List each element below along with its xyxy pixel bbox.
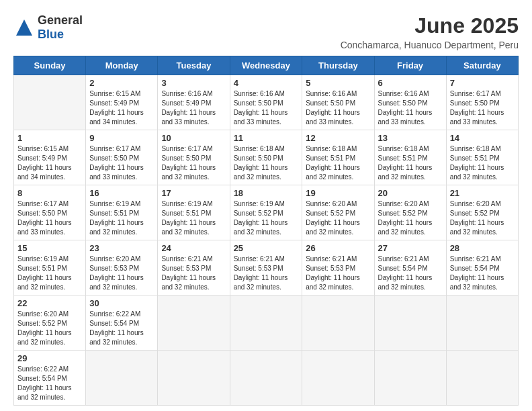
day-number: 8 [17,188,82,198]
day-number: 7 [450,78,515,88]
day-number: 1 [17,133,82,143]
day-number: 19 [306,188,370,198]
cell-info: Sunrise: 6:20 AM Sunset: 5:52 PM Dayligh… [17,310,82,347]
cell-info: Sunrise: 6:17 AM Sunset: 5:50 PM Dayligh… [161,144,226,182]
logo: General Blue [13,13,83,42]
calendar-cell [158,351,230,406]
calendar-cell: 18Sunrise: 6:19 AM Sunset: 5:52 PM Dayli… [230,185,302,240]
weekday-header: Tuesday [158,56,230,75]
day-number: 20 [378,188,443,198]
day-number: 6 [378,78,443,88]
day-number: 9 [89,133,154,143]
calendar-cell: 22Sunrise: 6:20 AM Sunset: 5:52 PM Dayli… [14,295,86,351]
day-number: 15 [17,243,82,253]
calendar-cell: 28Sunrise: 6:21 AM Sunset: 5:54 PM Dayli… [446,240,518,295]
day-number: 25 [234,243,299,253]
day-number: 5 [306,78,370,88]
calendar-week-row: 15Sunrise: 6:19 AM Sunset: 5:51 PM Dayli… [14,240,519,295]
day-number: 28 [450,243,515,253]
cell-info: Sunrise: 6:16 AM Sunset: 5:50 PM Dayligh… [234,89,299,127]
calendar-cell [302,351,374,406]
day-number: 29 [17,353,82,363]
calendar-cell: 11Sunrise: 6:18 AM Sunset: 5:50 PM Dayli… [230,130,302,185]
cell-info: Sunrise: 6:20 AM Sunset: 5:52 PM Dayligh… [306,199,370,237]
calendar-cell: 16Sunrise: 6:19 AM Sunset: 5:51 PM Dayli… [86,185,158,240]
calendar-cell: 12Sunrise: 6:18 AM Sunset: 5:51 PM Dayli… [302,130,374,185]
cell-info: Sunrise: 6:18 AM Sunset: 5:51 PM Dayligh… [378,144,443,182]
calendar-cell: 14Sunrise: 6:18 AM Sunset: 5:51 PM Dayli… [446,130,518,185]
cell-info: Sunrise: 6:15 AM Sunset: 5:49 PM Dayligh… [89,89,154,127]
calendar-cell: 4Sunrise: 6:16 AM Sunset: 5:50 PM Daylig… [230,75,302,130]
cell-info: Sunrise: 6:21 AM Sunset: 5:54 PM Dayligh… [450,255,515,292]
day-number: 26 [306,243,370,253]
calendar-week-row: 29Sunrise: 6:22 AM Sunset: 5:54 PM Dayli… [14,351,519,406]
cell-info: Sunrise: 6:17 AM Sunset: 5:50 PM Dayligh… [89,144,154,182]
calendar-cell: 3Sunrise: 6:16 AM Sunset: 5:49 PM Daylig… [158,75,230,130]
cell-info: Sunrise: 6:20 AM Sunset: 5:52 PM Dayligh… [450,199,515,237]
day-number: 10 [161,133,226,143]
calendar-cell [446,295,518,351]
calendar-week-row: 8Sunrise: 6:17 AM Sunset: 5:50 PM Daylig… [14,185,519,240]
calendar-cell [446,351,518,406]
calendar-cell: 20Sunrise: 6:20 AM Sunset: 5:52 PM Dayli… [374,185,446,240]
cell-info: Sunrise: 6:18 AM Sunset: 5:51 PM Dayligh… [450,144,515,182]
cell-info: Sunrise: 6:20 AM Sunset: 5:52 PM Dayligh… [378,199,443,237]
logo-general: General [38,13,83,27]
weekday-header: Sunday [14,56,86,75]
page-header: General Blue June 2025 Conchamarca, Huan… [13,13,519,50]
cell-info: Sunrise: 6:18 AM Sunset: 5:50 PM Dayligh… [234,144,299,182]
calendar-table: SundayMondayTuesdayWednesdayThursdayFrid… [13,56,519,406]
location-title: Conchamarca, Huanuco Department, Peru [341,40,519,50]
calendar-cell: 10Sunrise: 6:17 AM Sunset: 5:50 PM Dayli… [158,130,230,185]
calendar-cell: 23Sunrise: 6:20 AM Sunset: 5:53 PM Dayli… [86,240,158,295]
calendar-cell [374,295,446,351]
calendar-cell: 25Sunrise: 6:21 AM Sunset: 5:53 PM Dayli… [230,240,302,295]
calendar-cell [302,295,374,351]
calendar-cell: 2Sunrise: 6:15 AM Sunset: 5:49 PM Daylig… [86,75,158,130]
title-area: June 2025 Conchamarca, Huanuco Departmen… [341,13,519,50]
calendar-cell: 7Sunrise: 6:17 AM Sunset: 5:50 PM Daylig… [446,75,518,130]
calendar-cell: 19Sunrise: 6:20 AM Sunset: 5:52 PM Dayli… [302,185,374,240]
cell-info: Sunrise: 6:20 AM Sunset: 5:53 PM Dayligh… [89,255,154,292]
calendar-cell: 21Sunrise: 6:20 AM Sunset: 5:52 PM Dayli… [446,185,518,240]
cell-info: Sunrise: 6:16 AM Sunset: 5:50 PM Dayligh… [378,89,443,127]
day-number: 2 [89,78,154,88]
month-title: June 2025 [341,13,519,38]
calendar-header-row: SundayMondayTuesdayWednesdayThursdayFrid… [14,56,519,75]
day-number: 22 [17,298,82,308]
day-number: 14 [450,133,515,143]
calendar-cell: 5Sunrise: 6:16 AM Sunset: 5:50 PM Daylig… [302,75,374,130]
cell-info: Sunrise: 6:19 AM Sunset: 5:51 PM Dayligh… [161,199,226,237]
calendar-cell [86,351,158,406]
calendar-cell: 13Sunrise: 6:18 AM Sunset: 5:51 PM Dayli… [374,130,446,185]
calendar-cell [230,295,302,351]
cell-info: Sunrise: 6:16 AM Sunset: 5:49 PM Dayligh… [161,89,226,127]
weekday-header: Wednesday [230,56,302,75]
weekday-header: Monday [86,56,158,75]
day-number: 30 [89,298,154,308]
calendar-cell: 15Sunrise: 6:19 AM Sunset: 5:51 PM Dayli… [14,240,86,295]
day-number: 27 [378,243,443,253]
day-number: 18 [234,188,299,198]
cell-info: Sunrise: 6:21 AM Sunset: 5:53 PM Dayligh… [306,255,370,292]
weekday-header: Thursday [302,56,374,75]
cell-info: Sunrise: 6:21 AM Sunset: 5:53 PM Dayligh… [161,255,226,292]
calendar-cell: 26Sunrise: 6:21 AM Sunset: 5:53 PM Dayli… [302,240,374,295]
day-number: 4 [234,78,299,88]
cell-info: Sunrise: 6:22 AM Sunset: 5:54 PM Dayligh… [89,310,154,347]
calendar-cell: 30Sunrise: 6:22 AM Sunset: 5:54 PM Dayli… [86,295,158,351]
calendar-cell [14,75,86,130]
calendar-cell [230,351,302,406]
day-number: 24 [161,243,226,253]
svg-marker-0 [16,19,32,36]
calendar-week-row: 1Sunrise: 6:15 AM Sunset: 5:49 PM Daylig… [14,130,519,185]
calendar-cell: 9Sunrise: 6:17 AM Sunset: 5:50 PM Daylig… [86,130,158,185]
day-number: 21 [450,188,515,198]
weekday-header: Saturday [446,56,518,75]
day-number: 17 [161,188,226,198]
cell-info: Sunrise: 6:18 AM Sunset: 5:51 PM Dayligh… [306,144,370,182]
cell-info: Sunrise: 6:19 AM Sunset: 5:52 PM Dayligh… [234,199,299,237]
cell-info: Sunrise: 6:19 AM Sunset: 5:51 PM Dayligh… [89,199,154,237]
day-number: 16 [89,188,154,198]
calendar-cell [374,351,446,406]
